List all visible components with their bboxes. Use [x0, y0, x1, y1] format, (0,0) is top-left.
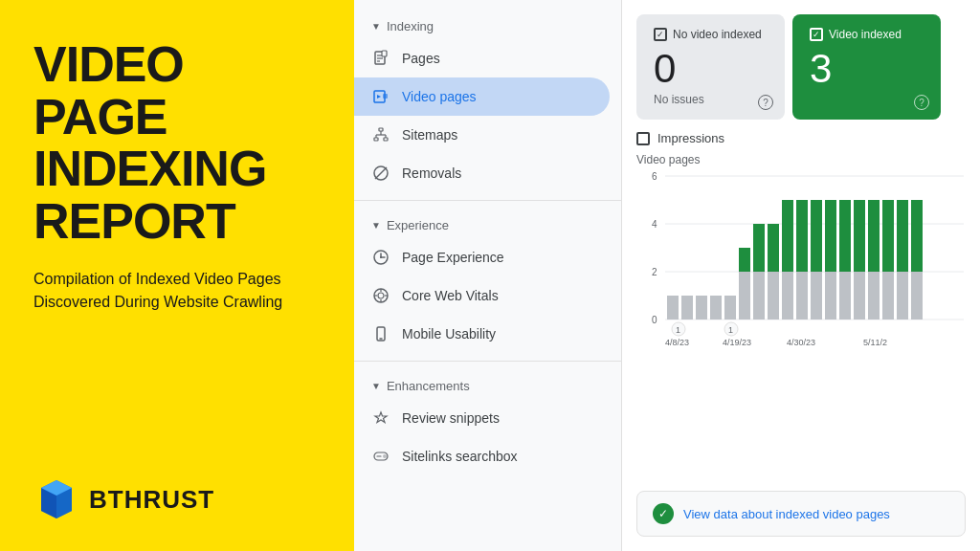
- logo-text: BTHRUST: [89, 485, 214, 515]
- no-video-sublabel: No issues: [654, 93, 768, 106]
- svg-rect-56: [753, 272, 765, 320]
- svg-text:4/8/23: 4/8/23: [665, 338, 689, 347]
- left-panel: VIDEO PAGE INDEXING REPORT Compilation o…: [0, 0, 354, 551]
- experience-section-label: ▼ Experience: [354, 209, 621, 238]
- page-title: VIDEO PAGE INDEXING REPORT: [33, 38, 321, 247]
- svg-rect-57: [753, 224, 765, 272]
- page-subtitle: Compilation of Indexed Video Pages Disco…: [33, 268, 321, 314]
- svg-marker-11: [377, 95, 381, 99]
- svg-rect-71: [854, 200, 865, 272]
- svg-rect-79: [911, 200, 923, 272]
- logo: BTHRUST: [33, 476, 321, 522]
- core-web-vitals-icon: [371, 286, 390, 305]
- chart-container: 6 4 2 0 1: [636, 168, 966, 360]
- svg-rect-75: [882, 200, 894, 272]
- sitemaps-icon: [371, 125, 390, 144]
- svg-rect-61: [782, 200, 793, 272]
- sidebar-label-page-experience: Page Experience: [402, 250, 504, 265]
- divider-2: [354, 361, 621, 362]
- svg-text:6: 6: [652, 171, 657, 182]
- svg-rect-67: [825, 200, 836, 272]
- svg-text:4/19/23: 4/19/23: [723, 338, 751, 347]
- sidebar: ▼ Indexing Pages Video pages: [354, 0, 622, 551]
- removals-icon: [371, 164, 390, 183]
- enhancements-section-label: ▼ Enhancements: [354, 369, 621, 399]
- svg-rect-76: [897, 272, 908, 320]
- experience-arrow-icon: ▼: [371, 220, 381, 231]
- sidebar-label-sitelinks-searchbox: Sitelinks searchbox: [402, 449, 518, 464]
- svg-marker-33: [375, 412, 387, 423]
- svg-rect-73: [868, 200, 880, 272]
- svg-text:4/30/23: 4/30/23: [787, 338, 815, 347]
- right-panel: ✓ No video indexed 0 No issues ? ✓ Video…: [622, 0, 980, 551]
- sidebar-item-pages[interactable]: Pages: [354, 39, 610, 77]
- bottom-action[interactable]: ✓ View data about indexed video pages: [636, 491, 966, 537]
- sidebar-label-removals: Removals: [402, 165, 461, 181]
- video-indexed-count: 3: [810, 47, 924, 91]
- action-check-icon: ✓: [653, 503, 674, 524]
- indexing-section-label: ▼ Indexing: [354, 10, 621, 39]
- sidebar-label-core-web-vitals: Core Web Vitals: [402, 288, 499, 303]
- svg-rect-63: [796, 200, 808, 272]
- chart-y-title: Video pages: [636, 153, 966, 166]
- sidebar-label-mobile-usability: Mobile Usability: [402, 326, 496, 342]
- page-experience-icon: [371, 248, 390, 267]
- divider-1: [354, 200, 621, 201]
- sidebar-item-video-pages[interactable]: Video pages: [354, 77, 610, 116]
- svg-rect-47: [696, 296, 707, 320]
- svg-point-26: [378, 293, 384, 298]
- stat-card-video-indexed[interactable]: ✓ Video indexed 3 ?: [792, 14, 941, 120]
- svg-rect-72: [868, 272, 880, 320]
- bthrust-logo-icon: [33, 476, 79, 522]
- svg-rect-55: [739, 248, 750, 272]
- svg-rect-54: [739, 272, 750, 320]
- svg-rect-58: [768, 272, 779, 320]
- enhancements-arrow-icon: ▼: [371, 381, 381, 391]
- svg-rect-74: [882, 272, 894, 320]
- no-video-check-icon: ✓: [654, 28, 667, 41]
- sidebar-item-core-web-vitals[interactable]: Core Web Vitals: [354, 276, 610, 315]
- chart-legend: Impressions: [636, 131, 966, 145]
- sidebar-label-video-pages: Video pages: [402, 89, 477, 104]
- svg-text:0: 0: [652, 315, 657, 325]
- svg-rect-77: [897, 200, 908, 272]
- svg-text:4: 4: [652, 219, 657, 230]
- svg-rect-14: [384, 138, 388, 141]
- stat-card-video-indexed-header: ✓ Video indexed: [810, 28, 924, 41]
- svg-rect-65: [811, 200, 822, 272]
- video-indexed-check-icon: ✓: [810, 28, 823, 41]
- stat-card-no-video[interactable]: ✓ No video indexed 0 No issues ?: [636, 14, 785, 120]
- svg-rect-78: [911, 272, 923, 320]
- video-indexed-label: Video indexed: [829, 28, 902, 41]
- sidebar-item-removals[interactable]: Removals: [354, 154, 610, 192]
- svg-rect-51: [724, 296, 736, 320]
- svg-rect-50: [710, 296, 722, 320]
- sidebar-label-sitemaps: Sitemaps: [402, 127, 457, 143]
- svg-rect-10: [383, 94, 388, 99]
- no-video-help-icon[interactable]: ?: [758, 95, 773, 110]
- impressions-checkbox[interactable]: [636, 132, 650, 145]
- svg-rect-46: [681, 296, 693, 320]
- review-snippets-icon: [371, 408, 390, 428]
- svg-rect-12: [379, 128, 383, 131]
- chart-svg: 6 4 2 0 1: [636, 168, 966, 360]
- svg-rect-45: [667, 296, 679, 320]
- svg-rect-62: [796, 272, 808, 320]
- sidebar-item-sitemaps[interactable]: Sitemaps: [354, 116, 610, 154]
- svg-rect-60: [782, 272, 793, 320]
- sidebar-item-sitelinks-searchbox[interactable]: Sitelinks searchbox: [354, 437, 610, 475]
- sidebar-label-pages: Pages: [402, 51, 440, 66]
- video-indexed-help-icon[interactable]: ?: [914, 95, 929, 110]
- svg-text:1: 1: [676, 325, 680, 335]
- video-pages-icon: [371, 87, 390, 106]
- sidebar-item-review-snippets[interactable]: Review snippets: [354, 399, 610, 437]
- svg-point-24: [380, 256, 382, 258]
- svg-rect-13: [374, 138, 378, 141]
- sitelinks-searchbox-icon: [371, 447, 390, 466]
- mobile-usability-icon: [371, 324, 390, 343]
- sidebar-item-page-experience[interactable]: Page Experience: [354, 238, 610, 276]
- sidebar-item-mobile-usability[interactable]: Mobile Usability: [354, 315, 610, 353]
- no-video-label: No video indexed: [673, 28, 762, 41]
- svg-point-35: [383, 454, 387, 458]
- action-label: View data about indexed video pages: [683, 507, 890, 521]
